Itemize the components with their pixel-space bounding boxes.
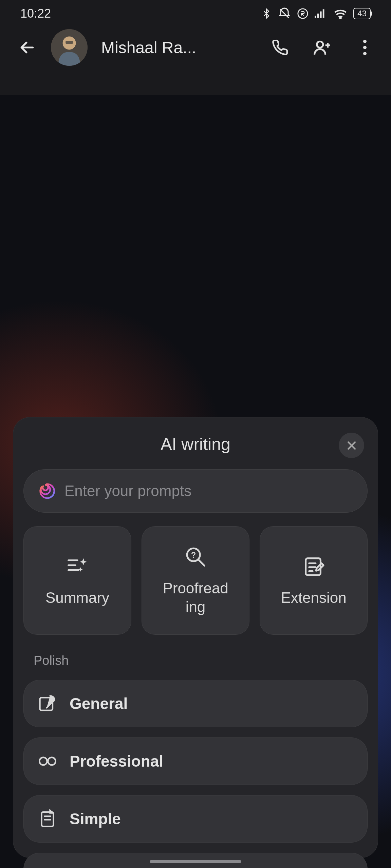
signal-icon — [315, 8, 328, 19]
ai-writing-panel: AI writing — [13, 417, 378, 858]
polish-section-label: Polish — [23, 653, 368, 668]
bluetooth-icon — [261, 7, 272, 20]
friendly-icon — [37, 866, 58, 868]
svg-text:?: ? — [191, 551, 196, 559]
action-proofreading[interactable]: ? Proofread ing — [142, 526, 249, 635]
polish-general[interactable]: General — [23, 680, 368, 727]
svg-point-6 — [340, 18, 341, 19]
svg-rect-2 — [315, 16, 316, 18]
close-button[interactable] — [339, 433, 364, 458]
summary-icon — [66, 554, 89, 578]
action-label: Summary — [42, 588, 113, 607]
contact-name[interactable]: Mishaal Ra... — [101, 38, 257, 57]
polish-label: Simple — [70, 810, 121, 828]
svg-point-11 — [317, 41, 323, 47]
chat-header: Mishaal Ra... — [0, 27, 391, 68]
action-summary[interactable]: Summary — [23, 526, 131, 635]
svg-point-16 — [363, 52, 367, 55]
professional-icon — [37, 751, 58, 771]
svg-rect-3 — [317, 14, 319, 18]
svg-rect-4 — [320, 12, 322, 18]
general-icon — [37, 693, 58, 714]
ai-panel-title: AI writing — [161, 434, 230, 454]
action-extension[interactable]: Extension — [260, 526, 368, 635]
proofread-icon: ? — [184, 545, 207, 569]
polish-simple[interactable]: Simple — [23, 795, 368, 843]
simple-icon — [37, 809, 58, 829]
action-label: Proofread ing — [159, 579, 231, 616]
extension-icon — [302, 554, 325, 578]
svg-point-30 — [39, 757, 47, 765]
svg-line-23 — [199, 560, 205, 566]
call-button[interactable] — [271, 38, 289, 57]
status-bar: 10:22 43 — [0, 0, 391, 27]
wifi-icon — [334, 8, 347, 19]
polish-professional[interactable]: Professional — [23, 737, 368, 785]
avatar[interactable] — [51, 29, 88, 66]
status-time: 10:22 — [20, 6, 51, 21]
mute-icon — [278, 7, 291, 20]
prompt-input[interactable] — [64, 482, 354, 499]
polish-label: Professional — [70, 752, 163, 770]
svg-rect-10 — [66, 41, 73, 44]
add-person-button[interactable] — [313, 38, 332, 57]
more-options-button[interactable] — [355, 38, 374, 57]
battery-icon: 43 — [353, 8, 371, 19]
action-label: Extension — [277, 588, 350, 607]
status-indicators: 43 — [261, 7, 371, 20]
svg-rect-5 — [323, 9, 324, 18]
polish-label: General — [70, 694, 128, 713]
registered-icon — [297, 8, 309, 19]
back-button[interactable] — [17, 37, 37, 58]
svg-point-14 — [363, 40, 367, 43]
chat-area: AI writing — [0, 95, 391, 868]
ai-swirl-icon — [37, 482, 56, 500]
prompt-input-container[interactable] — [23, 469, 368, 513]
svg-point-31 — [48, 757, 56, 765]
svg-point-15 — [363, 46, 367, 49]
home-indicator[interactable] — [150, 860, 241, 863]
